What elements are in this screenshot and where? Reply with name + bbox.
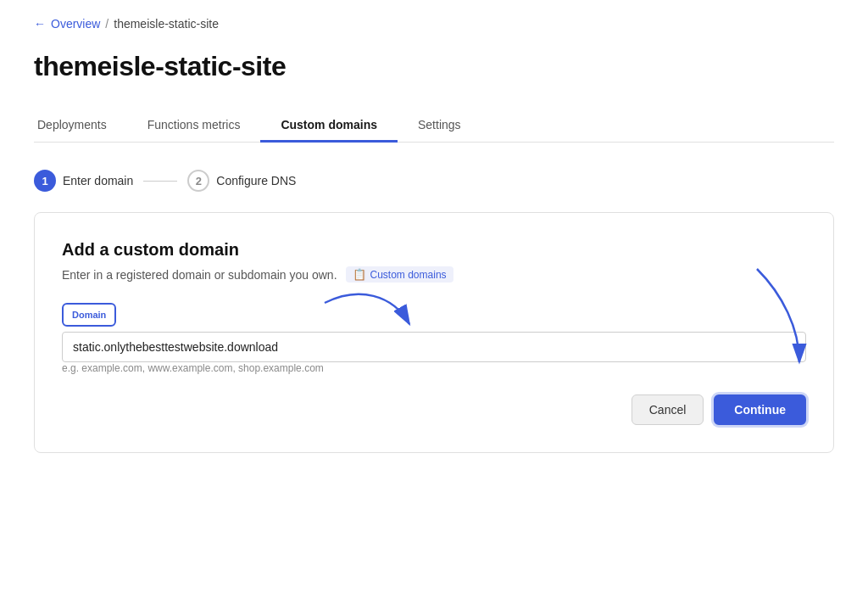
domain-input-section — [62, 332, 806, 362]
stepper: 1 Enter domain 2 Configure DNS — [34, 170, 834, 192]
tab-settings[interactable]: Settings — [398, 109, 481, 143]
breadcrumb-current: themeisle-static-site — [114, 17, 219, 31]
domain-field-section: Domain — [62, 303, 806, 327]
card-actions: Cancel Continue — [62, 394, 806, 425]
continue-button[interactable]: Continue — [714, 394, 806, 425]
tab-bar: Deployments Functions metrics Custom dom… — [34, 109, 834, 143]
card-description-text: Enter in a registered domain or subdomai… — [62, 268, 337, 282]
overview-link[interactable]: Overview — [51, 17, 100, 31]
tab-functions-metrics[interactable]: Functions metrics — [127, 109, 261, 143]
step-connector — [143, 181, 177, 182]
step-1-label: Enter domain — [63, 174, 133, 187]
breadcrumb: ← Overview / themeisle-static-site — [34, 17, 834, 31]
step-1-circle: 1 — [34, 170, 56, 192]
book-icon: 📋 — [353, 268, 366, 281]
custom-domain-card: Add a custom domain Enter in a registere… — [34, 212, 834, 453]
domain-field-label: Domain — [72, 310, 106, 320]
domain-input[interactable] — [62, 332, 806, 362]
back-arrow-icon: ← — [34, 17, 46, 31]
cancel-button[interactable]: Cancel — [632, 394, 704, 425]
page-title: themeisle-static-site — [34, 51, 834, 82]
step-2-label: Configure DNS — [216, 174, 296, 187]
tab-custom-domains[interactable]: Custom domains — [260, 109, 398, 143]
badge-label: Custom domains — [370, 269, 447, 281]
card-title: Add a custom domain — [62, 240, 806, 260]
annotation-area: Domain — [62, 303, 806, 362]
card-description: Enter in a registered domain or subdomai… — [62, 266, 806, 283]
step-2: 2 Configure DNS — [187, 170, 296, 192]
custom-domains-badge[interactable]: 📋 Custom domains — [346, 266, 453, 283]
step-1: 1 Enter domain — [34, 170, 133, 192]
breadcrumb-separator: / — [105, 17, 108, 31]
domain-field-box: Domain — [62, 303, 116, 327]
step-2-circle: 2 — [187, 170, 209, 192]
tab-deployments[interactable]: Deployments — [34, 109, 127, 143]
domain-hint: e.g. example.com, www.example.com, shop.… — [62, 362, 806, 374]
